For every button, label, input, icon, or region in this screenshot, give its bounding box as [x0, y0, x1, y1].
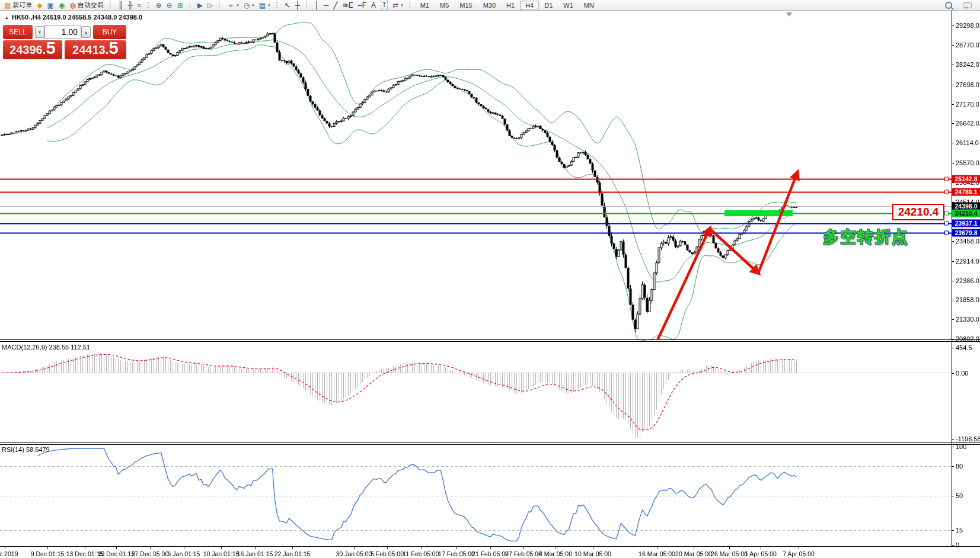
toolbar-group: ↖┼ — [280, 0, 305, 10]
timeframe-h1[interactable]: H1 — [501, 1, 520, 10]
text-button[interactable]: A — [369, 1, 378, 10]
toolbar-separator — [189, 2, 191, 8]
text-icon: A — [371, 1, 376, 9]
time-axis[interactable] — [0, 547, 952, 558]
one-click-trading-panel: SELL ▼ ▲ BUY 24396.5 24413.5 — [2, 24, 127, 60]
line-chart-button[interactable]: ≈ — [135, 1, 144, 10]
toolbar-separator — [409, 2, 411, 8]
indicators-button-dropdown-icon[interactable]: ▾ — [237, 3, 239, 8]
candlestick-icon: ╫ — [127, 1, 133, 9]
toolbar-right — [943, 1, 980, 10]
vertical-line-icon: │ — [314, 1, 319, 9]
templates-button-dropdown-icon[interactable]: ▾ — [268, 3, 270, 8]
tile-windows-icon: ⊞ — [177, 1, 183, 9]
zoom-out-icon: ⊖ — [167, 1, 173, 9]
new-order-button[interactable]: ▦新订单 — [2, 1, 34, 10]
tile-windows-button[interactable]: ⊞ — [175, 1, 186, 10]
bar-chart-button[interactable]: ║ — [116, 1, 126, 10]
market-watch-button[interactable]: ▣ — [45, 1, 56, 10]
auto-scroll-button[interactable]: ▶ — [195, 1, 205, 10]
horizontal-line-icon: ─ — [324, 1, 329, 9]
indicator-add-icon: ＋ — [227, 1, 234, 9]
trendline-icon: ╱ — [333, 1, 337, 9]
volume-input[interactable] — [44, 25, 81, 39]
price-axis[interactable] — [952, 11, 980, 546]
crosshair-button[interactable]: ┼ — [293, 1, 303, 10]
arrows-button-dropdown-icon[interactable]: ▾ — [401, 3, 403, 8]
terminal-icon: ▣ — [47, 1, 54, 9]
autotrading-icon: ◍ — [69, 1, 75, 9]
indicators-button[interactable]: ＋▾ — [225, 1, 241, 10]
sell-price-main: 24396 — [9, 43, 43, 57]
new-order-icon: ▦ — [4, 1, 11, 9]
fibonacci-button[interactable]: ┉F — [355, 1, 369, 10]
timeframe-d1[interactable]: D1 — [539, 1, 558, 10]
auto-scroll-icon: ▶ — [197, 1, 203, 9]
search-button[interactable] — [943, 1, 955, 10]
timeframe-m1[interactable]: M1 — [415, 1, 435, 10]
toolbar-group: ⊕⊖⊞ — [152, 0, 187, 10]
line-chart-icon: ≈ — [138, 1, 142, 9]
buy-price-main: 24413 — [72, 43, 106, 57]
zoom-out-button[interactable]: ⊖ — [164, 1, 175, 10]
text-label-button[interactable]: T — [378, 1, 390, 10]
channel-icon: ≋E — [342, 1, 353, 9]
toolbar-group: ▶▷ — [193, 0, 217, 10]
volume-decrease-button[interactable]: ▼ — [35, 26, 44, 38]
toolbar-separator — [276, 2, 279, 8]
trendline-button[interactable]: ╱ — [331, 1, 340, 10]
equidistant-channel-button[interactable]: ≋E — [340, 1, 355, 10]
candlestick-chart-button[interactable]: ╫ — [125, 1, 135, 10]
arrows-button[interactable]: ⇄▾ — [390, 1, 406, 10]
toolbar-separator — [110, 2, 112, 8]
bar-chart-icon: ║ — [118, 1, 123, 9]
buy-price-pip: 5 — [108, 40, 119, 56]
crosshair-icon: ┼ — [295, 1, 301, 9]
signals-button[interactable]: ◉ — [56, 1, 67, 10]
timeframe-bar: M1M5M15M30H1H4D1W1MN — [413, 0, 601, 10]
autotrading-button[interactable]: ◍自动交易 — [67, 1, 106, 10]
sell-button[interactable]: SELL — [3, 25, 33, 39]
cursor-button[interactable]: ↖ — [282, 1, 293, 10]
community-button[interactable] — [960, 1, 974, 10]
collapse-quote-icon[interactable]: ▲ — [5, 15, 9, 20]
templates-button[interactable]: ▤▾ — [257, 1, 273, 10]
chart-shift-icon: ▷ — [208, 1, 213, 9]
styler-button[interactable]: ◆ — [34, 1, 44, 10]
toolbar-separator — [219, 2, 221, 8]
horizontal-line-button[interactable]: ─ — [321, 1, 331, 10]
chat-icon — [963, 2, 972, 8]
chart-shift-button[interactable]: ▷ — [205, 1, 215, 10]
quote-header[interactable]: ▲ HK50-,H4 24519.0 24558.5 24348.0 24398… — [5, 14, 142, 21]
zoom-in-icon: ⊕ — [156, 1, 162, 9]
timeframe-m30[interactable]: M30 — [478, 1, 501, 10]
volume-increase-button[interactable]: ▲ — [81, 26, 91, 38]
zoom-in-button[interactable]: ⊕ — [154, 1, 164, 10]
fibonacci-icon: ┉F — [357, 1, 366, 9]
periods-button-dropdown-icon[interactable]: ▾ — [252, 3, 254, 8]
text-label-icon: T — [381, 1, 388, 10]
timeframe-h4[interactable]: H4 — [520, 1, 539, 10]
buy-button[interactable]: BUY — [93, 25, 126, 39]
timeframe-mn[interactable]: MN — [579, 1, 599, 10]
timeframe-m15[interactable]: M15 — [454, 1, 477, 10]
toolbar-group: ▦新订单◆▣◉◍自动交易 — [0, 0, 108, 10]
quote-symbol-ohlc: HK50-,H4 24519.0 24558.5 24348.0 24398.0 — [12, 14, 142, 21]
timeframe-w1[interactable]: W1 — [558, 1, 579, 10]
vertical-line-button[interactable]: │ — [312, 1, 321, 10]
buy-price-display[interactable]: 24413.5 — [65, 40, 126, 59]
search-icon — [945, 2, 952, 9]
cursor-icon: ↖ — [285, 1, 291, 9]
timeframe-m5[interactable]: M5 — [435, 1, 454, 10]
periods-button[interactable]: ◷▾ — [241, 1, 257, 10]
main-chart-area[interactable] — [0, 11, 952, 339]
sell-price-display[interactable]: 24396.5 — [3, 40, 62, 59]
toolbar-group: │─╱≋E┉FAT⇄▾ — [310, 0, 407, 10]
clock-icon: ◷ — [244, 1, 250, 9]
autotrading-button-label: 自动交易 — [78, 1, 104, 9]
toolbar-group: ║╫≈ — [114, 0, 146, 10]
styler-icon: ◆ — [37, 1, 42, 9]
template-icon: ▤ — [259, 1, 266, 9]
signals-icon: ◉ — [59, 1, 65, 9]
arrows-icon: ⇄ — [392, 1, 398, 9]
